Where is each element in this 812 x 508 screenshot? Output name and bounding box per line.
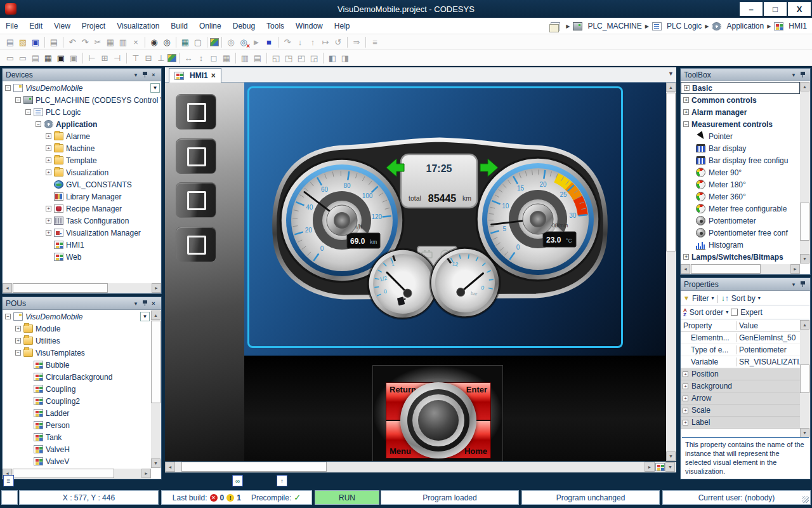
breadcrumb-application[interactable]: Application bbox=[712, 22, 764, 30]
toolbox-basic[interactable]: +Basic bbox=[681, 82, 800, 94]
messages-icon[interactable]: ≡ bbox=[3, 475, 14, 486]
menu-help[interactable]: Help bbox=[329, 22, 356, 30]
property-group-arrow[interactable]: +Arrow bbox=[681, 392, 800, 404]
tab-hmi1[interactable]: HMI1 × bbox=[169, 68, 221, 83]
expand-icon[interactable]: + bbox=[683, 396, 688, 401]
step-into-icon[interactable]: ↓ bbox=[294, 36, 306, 48]
breadcrumb-plc-machine[interactable]: PLC_MACHINE bbox=[573, 22, 641, 30]
compile-icon[interactable]: ▢ bbox=[192, 36, 204, 48]
scroll-thumb[interactable] bbox=[151, 321, 160, 403]
menu-file[interactable]: File bbox=[0, 22, 23, 30]
login-icon[interactable]: ◎ bbox=[225, 36, 237, 48]
collapse-icon[interactable]: − bbox=[36, 121, 41, 127]
devices-menu-icon[interactable]: ▾ bbox=[131, 70, 140, 79]
root-dropdown-icon[interactable]: ▼ bbox=[150, 83, 160, 93]
pous-menu-icon[interactable]: ▾ bbox=[131, 299, 140, 308]
tree-item-visualization-manager[interactable]: +Visualization Manager bbox=[3, 227, 161, 239]
expand-icon[interactable]: + bbox=[683, 384, 688, 389]
scroll-right-arrow[interactable]: ► bbox=[141, 469, 151, 478]
same-width-icon[interactable]: ↔ bbox=[182, 51, 195, 64]
tree-item-visutemplates[interactable]: −VisuTemplates bbox=[3, 347, 151, 359]
maximize-button[interactable]: □ bbox=[764, 2, 787, 16]
reset-icon[interactable]: ↺ bbox=[332, 36, 344, 48]
expand-icon[interactable]: + bbox=[46, 145, 51, 151]
tree-item-coupling2[interactable]: Coupling2 bbox=[3, 395, 151, 407]
close-button[interactable]: X bbox=[788, 2, 811, 16]
expand-icon[interactable]: + bbox=[683, 371, 688, 377]
distribute-vertical-icon[interactable]: ▤ bbox=[251, 51, 264, 64]
devices-pin-icon[interactable] bbox=[140, 70, 149, 79]
expand-icon[interactable]: + bbox=[46, 170, 51, 175]
rotary-knob[interactable] bbox=[400, 382, 476, 458]
pous-hscrollbar[interactable]: ◄ ► bbox=[3, 469, 151, 479]
scroll-up-arrow[interactable]: ▲ bbox=[800, 320, 809, 330]
expand-icon[interactable]: + bbox=[46, 157, 51, 163]
property-row-elementn[interactable]: Elementn...GenElemInst_50 bbox=[681, 332, 800, 344]
scroll-up-arrow[interactable]: ▲ bbox=[666, 83, 676, 92]
align-center-icon[interactable]: ⊞ bbox=[98, 51, 111, 64]
tree-item-gvl-constants[interactable]: GVL_CONSTANTS bbox=[3, 178, 161, 190]
replace-icon[interactable]: ◎ bbox=[160, 36, 173, 48]
chevron-down-icon[interactable]: ▾ bbox=[758, 295, 761, 301]
instrument-cluster[interactable]: 17:25 total 85445 km 020406080100120km/h… bbox=[244, 83, 666, 356]
menu-window[interactable]: Window bbox=[290, 22, 329, 30]
toolbox-vscrollbar[interactable]: ▲ ▼ bbox=[800, 82, 810, 264]
property-column-header[interactable]: Property bbox=[681, 321, 737, 330]
collapse-icon[interactable]: − bbox=[15, 97, 21, 103]
ungroup-icon[interactable]: ◨ bbox=[339, 51, 351, 64]
element-list-icon[interactable]: ▤ bbox=[29, 51, 42, 64]
tachometer-gauge[interactable]: 051015202530x100/min23.0°C bbox=[476, 157, 599, 281]
collapse-icon[interactable]: − bbox=[15, 350, 21, 356]
scroll-thumb[interactable] bbox=[691, 264, 761, 274]
root-dropdown-icon[interactable]: ▼ bbox=[140, 312, 150, 321]
visualization-active-icon[interactable]: ▣ bbox=[55, 51, 67, 64]
toolbox-meter-free-configurable[interactable]: Meter free configurable bbox=[681, 203, 800, 215]
menu-online[interactable]: Online bbox=[193, 22, 227, 30]
visualization-icon[interactable] bbox=[655, 463, 665, 471]
step-over-icon[interactable]: ↷ bbox=[281, 36, 294, 48]
scroll-left-arrow[interactable]: ◄ bbox=[3, 283, 12, 293]
property-group-label[interactable]: +Label bbox=[681, 417, 800, 429]
menu-tools[interactable]: Tools bbox=[261, 22, 290, 30]
resize-grip[interactable] bbox=[802, 496, 809, 503]
collapse-icon[interactable]: − bbox=[5, 314, 11, 319]
scroll-thumb[interactable] bbox=[13, 469, 114, 478]
align-top-icon[interactable]: ⊤ bbox=[129, 51, 142, 64]
property-group-position[interactable]: +Position bbox=[681, 368, 800, 380]
property-group-scale[interactable]: +Scale bbox=[681, 404, 800, 417]
collapse-icon[interactable]: − bbox=[5, 85, 11, 91]
single-cycle-icon[interactable]: ⇒ bbox=[350, 36, 363, 48]
copy-icon[interactable]: ▦ bbox=[104, 36, 117, 48]
tree-item-task-configuration[interactable]: +Task Configuration bbox=[3, 215, 161, 227]
size-to-grid-icon[interactable]: ▦ bbox=[220, 51, 233, 64]
menu-build[interactable]: Build bbox=[165, 22, 193, 30]
toolbox-common-controls[interactable]: +Common controls bbox=[681, 94, 800, 106]
scroll-thumb[interactable] bbox=[666, 93, 676, 251]
devices-hscrollbar[interactable]: ◄ ► bbox=[3, 283, 161, 293]
scroll-thumb[interactable] bbox=[13, 283, 108, 293]
expand-icon[interactable]: + bbox=[683, 420, 688, 425]
tree-item-tank[interactable]: Tank bbox=[3, 431, 151, 443]
run-to-cursor-icon[interactable]: ↦ bbox=[319, 36, 332, 48]
tree-item-library-manager[interactable]: Library Manager bbox=[3, 190, 161, 203]
property-row-type-of-e[interactable]: Type of e...Potentiometer bbox=[681, 344, 800, 356]
pous-close-icon[interactable]: × bbox=[149, 299, 158, 308]
collapse-icon[interactable]: − bbox=[683, 121, 689, 127]
odometer-display[interactable]: 17:25 total 85445 km bbox=[401, 154, 477, 208]
scroll-up-arrow[interactable]: ▲ bbox=[800, 82, 809, 91]
hand-pointer-icon[interactable]: ↑ bbox=[277, 475, 287, 486]
sort-order-button[interactable]: Sort order bbox=[690, 308, 723, 317]
toolbox-meter-360[interactable]: Meter 360° bbox=[681, 190, 800, 203]
same-height-icon[interactable]: ↕ bbox=[195, 51, 207, 64]
panel-button-3[interactable] bbox=[176, 182, 216, 218]
expert-checkbox[interactable] bbox=[731, 309, 738, 316]
undo-icon[interactable]: ↶ bbox=[66, 36, 79, 48]
menu-visualization[interactable]: Visualization bbox=[111, 22, 165, 30]
delete-icon[interactable]: × bbox=[129, 36, 142, 48]
visualization-dialogs-icon[interactable] bbox=[210, 38, 219, 46]
new-project-icon[interactable]: ▤ bbox=[4, 36, 16, 48]
scroll-down-arrow[interactable]: ▼ bbox=[666, 451, 676, 461]
cut-icon[interactable]: ✂ bbox=[91, 36, 104, 48]
scroll-right-arrow[interactable]: ► bbox=[790, 264, 800, 274]
tree-item-ladder[interactable]: Ladder bbox=[3, 407, 151, 419]
